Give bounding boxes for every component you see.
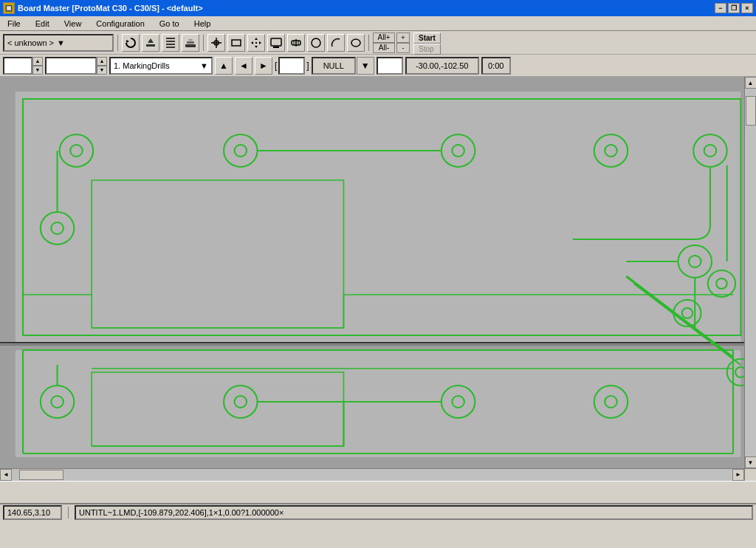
scrollbar-corner bbox=[744, 469, 756, 481]
zoom-icon bbox=[270, 37, 282, 49]
null-display: NULL bbox=[312, 57, 356, 75]
all-minus-button[interactable]: All- bbox=[373, 43, 395, 53]
layers-icon bbox=[185, 37, 196, 49]
spinner1-up[interactable]: ▲ bbox=[32, 57, 43, 66]
menu-configuration[interactable]: Configuration bbox=[92, 18, 148, 30]
bracket-label: [ bbox=[275, 61, 277, 71]
scroll-thumb-v[interactable] bbox=[746, 96, 756, 126]
grid-icon bbox=[165, 37, 176, 49]
step-field: [ 0 ] bbox=[275, 57, 309, 75]
file-info-value: UNTITL~1.LMD,[-109.879,202.406],1×1,0.00… bbox=[79, 508, 284, 517]
position-status: 140.65,3.10 bbox=[3, 505, 62, 520]
spinner2-arrows: ▲ ▼ bbox=[97, 57, 107, 75]
rectangle-button[interactable] bbox=[227, 34, 245, 52]
horizontal-scrollbar[interactable]: ◄ ► bbox=[0, 468, 756, 480]
nav-up-button[interactable]: ▲ bbox=[215, 57, 233, 75]
menu-goto[interactable]: Go to bbox=[155, 18, 184, 30]
minimize-button[interactable]: − bbox=[715, 3, 726, 13]
svg-marker-17 bbox=[259, 41, 261, 44]
down-value-input[interactable]: 10 bbox=[377, 57, 403, 75]
nav-right-button[interactable]: ► bbox=[255, 57, 272, 75]
crosshair-icon bbox=[210, 37, 222, 49]
grid-button[interactable] bbox=[162, 34, 179, 52]
refresh-button[interactable] bbox=[122, 34, 140, 52]
unknown-dropdown-arrow: ▼ bbox=[57, 38, 65, 47]
svg-marker-15 bbox=[255, 46, 258, 48]
toolbar-row1: < unknown > ▼ bbox=[0, 31, 756, 55]
spinner2-down[interactable]: ▼ bbox=[97, 66, 107, 75]
unknown-dropdown-value: < unknown > bbox=[7, 38, 54, 47]
title-bar: 🔲 Board Master [ProtoMat C30 - C30/S] - … bbox=[0, 0, 756, 16]
phase-dropdown-container: 1. MarkingDrills ▼ bbox=[109, 57, 213, 75]
phase-dropdown[interactable]: 1. MarkingDrills ▼ bbox=[109, 57, 213, 75]
file-info-status: UNTITL~1.LMD,[-109.879,202.406],1×1,0.00… bbox=[75, 505, 753, 520]
pcb-canvas bbox=[0, 77, 756, 468]
svg-rect-1 bbox=[146, 44, 155, 47]
nav-down-button[interactable]: ▼ bbox=[357, 57, 374, 75]
window-title: Board Master [ProtoMat C30 - C30/S] - <d… bbox=[18, 4, 203, 13]
svg-point-26 bbox=[351, 39, 360, 47]
separator2 bbox=[203, 35, 204, 51]
title-bar-controls[interactable]: − ❐ × bbox=[715, 3, 753, 13]
time-display: 0:00 bbox=[481, 57, 511, 75]
move-icon bbox=[250, 37, 262, 49]
spinner2-input[interactable] bbox=[45, 57, 97, 75]
menu-help[interactable]: Help bbox=[190, 18, 216, 30]
app-icon: 🔲 bbox=[3, 2, 15, 14]
stop-button[interactable]: Stop bbox=[413, 44, 441, 55]
svg-rect-28 bbox=[16, 92, 741, 343]
measure-button[interactable] bbox=[287, 34, 305, 52]
arc-button[interactable] bbox=[327, 34, 345, 52]
scroll-track-v[interactable] bbox=[745, 89, 757, 456]
svg-rect-29 bbox=[16, 350, 741, 457]
layers-button[interactable] bbox=[182, 34, 199, 52]
move-button[interactable] bbox=[247, 34, 265, 52]
spinner1: ▲ ▼ bbox=[3, 57, 43, 75]
menu-view[interactable]: View bbox=[60, 18, 86, 30]
restore-button[interactable]: ❐ bbox=[728, 3, 740, 13]
scroll-thumb-h[interactable] bbox=[19, 470, 63, 480]
scroll-left-button[interactable]: ◄ bbox=[0, 469, 12, 481]
separator1 bbox=[117, 35, 118, 51]
start-button[interactable]: Start bbox=[413, 32, 441, 44]
menu-file[interactable]: File bbox=[3, 18, 25, 30]
spinner2-up[interactable]: ▲ bbox=[97, 57, 107, 66]
menu-edit[interactable]: Edit bbox=[31, 18, 54, 30]
phase-dropdown-arrow: ▼ bbox=[200, 61, 208, 70]
scroll-down-button[interactable]: ▼ bbox=[745, 456, 757, 468]
svg-marker-14 bbox=[255, 38, 258, 40]
title-bar-left: 🔲 Board Master [ProtoMat C30 - C30/S] - … bbox=[3, 2, 203, 14]
step-input[interactable]: 0 bbox=[278, 57, 305, 75]
close-button[interactable]: × bbox=[741, 3, 753, 13]
all-plus-button[interactable]: All+ bbox=[373, 32, 395, 43]
unknown-dropdown[interactable]: < unknown > ▼ bbox=[3, 34, 114, 52]
text-button[interactable] bbox=[347, 34, 365, 52]
scroll-up-button[interactable]: ▲ bbox=[745, 77, 757, 89]
coordinates-display: -30.00,-102.50 bbox=[405, 57, 479, 75]
separator3 bbox=[368, 35, 369, 51]
plus-button[interactable]: + bbox=[396, 32, 410, 43]
null-label: NULL bbox=[323, 61, 344, 70]
text-icon bbox=[350, 37, 362, 49]
circle-button[interactable] bbox=[307, 34, 325, 52]
status-separator bbox=[68, 507, 69, 518]
svg-rect-7 bbox=[185, 44, 196, 47]
vertical-scrollbar[interactable]: ▲ ▼ bbox=[744, 77, 756, 468]
rectangle-icon bbox=[230, 37, 242, 49]
refresh-icon bbox=[125, 37, 137, 49]
minus-button[interactable]: - bbox=[396, 43, 410, 53]
svg-marker-16 bbox=[251, 41, 253, 44]
scroll-right-button[interactable]: ► bbox=[732, 469, 744, 481]
spinner1-down[interactable]: ▼ bbox=[32, 66, 43, 75]
canvas-area[interactable]: ▲ ▼ bbox=[0, 77, 756, 468]
spinner1-input[interactable] bbox=[3, 57, 32, 75]
svg-marker-0 bbox=[126, 40, 129, 43]
arc-icon bbox=[330, 37, 342, 49]
crosshair-button[interactable] bbox=[207, 34, 225, 52]
scroll-track-h[interactable] bbox=[12, 469, 732, 481]
zoom-button[interactable] bbox=[267, 34, 285, 52]
download-button[interactable] bbox=[142, 34, 159, 52]
svg-rect-13 bbox=[232, 40, 241, 46]
nav-left-button[interactable]: ◄ bbox=[235, 57, 252, 75]
svg-rect-19 bbox=[271, 38, 281, 46]
